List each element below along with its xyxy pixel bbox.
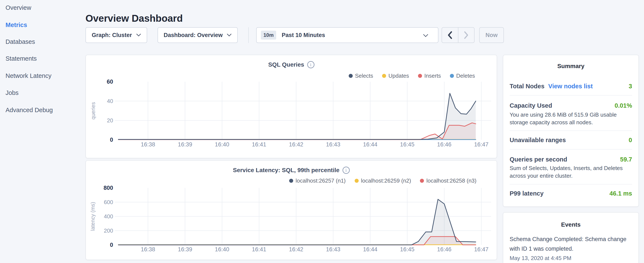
- event-timestamp: May 13, 2020 at 4:45 PM: [510, 255, 572, 261]
- chevron-left-icon: [447, 31, 452, 39]
- svg-text:16:47: 16:47: [474, 246, 488, 252]
- legend-label: localhost:26258 (n3): [426, 177, 476, 184]
- legend-label: Deletes: [456, 73, 475, 79]
- sidebar-item-statements[interactable]: Statements: [6, 55, 37, 62]
- legend-label: localhost:26259 (n2): [361, 177, 411, 184]
- divider: [510, 95, 632, 96]
- sql-queries-chart[interactable]: 16:3816:3916:4016:4116:4216:4316:4416:45…: [86, 55, 497, 158]
- svg-text:600: 600: [104, 199, 113, 205]
- svg-text:20: 20: [107, 117, 113, 124]
- time-forward-button[interactable]: [458, 28, 474, 43]
- svg-text:16:43: 16:43: [326, 246, 340, 252]
- svg-text:16:42: 16:42: [289, 246, 304, 252]
- svg-text:16:41: 16:41: [252, 246, 266, 252]
- legend-item: Selects: [349, 73, 373, 79]
- chevron-right-icon: [464, 31, 469, 39]
- sidebar-item-overview[interactable]: Overview: [6, 4, 31, 11]
- summary-description: You are using 28.6 MiB of 515.9 GiB usab…: [510, 111, 632, 126]
- page-title: Overview Dashboard: [86, 13, 183, 24]
- legend-label: localhost:26257 (n1): [296, 177, 346, 184]
- svg-text:16:46: 16:46: [437, 246, 452, 252]
- dashboard-dropdown[interactable]: Dashboard: Overview: [158, 27, 238, 43]
- sidebar-item-advanced-debug[interactable]: Advanced Debug: [6, 107, 53, 114]
- sidebar-item-jobs[interactable]: Jobs: [6, 89, 18, 96]
- time-back-button[interactable]: [442, 28, 458, 43]
- legend-dot: [355, 179, 359, 183]
- divider: [510, 130, 632, 131]
- dashboard-dropdown-label: Dashboard: Overview: [164, 32, 223, 39]
- legend-label: Updates: [388, 73, 409, 79]
- chevron-down-icon: [227, 34, 232, 37]
- summary-row-capacity-used: Capacity Used 0.01%: [510, 102, 632, 109]
- svg-text:latency (ms): latency (ms): [90, 202, 96, 231]
- graph-scope-dropdown-label: Graph: Cluster: [92, 32, 132, 39]
- svg-text:16:39: 16:39: [178, 141, 192, 148]
- event-item[interactable]: Schema Change Completed: Schema change w…: [510, 234, 634, 254]
- svg-text:16:46: 16:46: [437, 141, 452, 148]
- legend-dot: [349, 74, 353, 78]
- info-icon[interactable]: i: [307, 61, 314, 68]
- now-button[interactable]: Now: [479, 27, 504, 43]
- svg-text:16:43: 16:43: [326, 141, 340, 148]
- chevron-down-icon: [423, 34, 428, 37]
- summary-value: 0: [629, 137, 632, 144]
- svg-text:200: 200: [104, 227, 113, 234]
- legend-item: Inserts: [418, 73, 441, 79]
- time-range-label: Past 10 Minutes: [282, 32, 325, 39]
- chevron-down-icon: [136, 34, 141, 37]
- summary-row-unavailable-ranges: Unavailable ranges 0: [510, 137, 632, 144]
- summary-panel: Summary Total Nodes View nodes list 3 Ca…: [503, 55, 639, 207]
- legend-item: localhost:26259 (n2): [355, 177, 411, 184]
- legend-dot: [289, 179, 293, 183]
- divider: [510, 149, 632, 150]
- svg-text:0: 0: [110, 242, 113, 248]
- svg-text:800: 800: [104, 185, 113, 191]
- svg-text:16:44: 16:44: [363, 141, 378, 148]
- svg-text:16:44: 16:44: [363, 246, 378, 252]
- legend-dot: [420, 179, 424, 183]
- legend-label: Selects: [355, 73, 373, 79]
- summary-label: P99 latency: [510, 190, 544, 197]
- events-title: Events: [503, 221, 638, 228]
- legend-item: localhost:26257 (n1): [289, 177, 346, 184]
- svg-text:40: 40: [107, 98, 113, 104]
- service-latency-chart-card: 16:3816:3916:4016:4116:4216:4316:4416:45…: [86, 160, 497, 260]
- info-icon[interactable]: i: [342, 167, 350, 174]
- summary-row-p99-latency: P99 latency 46.1 ms: [510, 190, 632, 197]
- svg-text:16:40: 16:40: [215, 246, 230, 252]
- time-range-selector[interactable]: 10m Past 10 Minutes: [256, 27, 438, 43]
- time-window-arrows: [442, 27, 474, 43]
- legend-dot: [450, 74, 454, 78]
- svg-text:queries: queries: [90, 102, 96, 120]
- svg-text:0: 0: [110, 137, 113, 143]
- events-panel: Events Schema Change Completed: Schema c…: [503, 212, 639, 263]
- svg-text:16:38: 16:38: [141, 246, 155, 252]
- summary-label: Unavailable ranges: [510, 137, 566, 144]
- sidebar-item-network-latency[interactable]: Network Latency: [6, 72, 52, 79]
- toolbar-divider: [248, 27, 249, 43]
- chart-title: Service Latency: SQL, 99th percentile: [233, 167, 339, 174]
- time-range-badge: 10m: [261, 31, 276, 40]
- svg-text:60: 60: [107, 79, 113, 85]
- svg-text:16:45: 16:45: [400, 141, 414, 148]
- service-latency-chart[interactable]: 16:3816:3916:4016:4116:4216:4316:4416:45…: [86, 160, 497, 260]
- sql-queries-chart-card: 16:3816:3916:4016:4116:4216:4316:4416:45…: [86, 55, 497, 158]
- svg-text:16:45: 16:45: [400, 246, 414, 252]
- chart-title: SQL Queries: [268, 61, 304, 68]
- legend-label: Inserts: [424, 73, 441, 79]
- sidebar-item-metrics[interactable]: Metrics: [6, 22, 27, 29]
- summary-label: Capacity Used: [510, 102, 552, 109]
- svg-text:16:39: 16:39: [178, 246, 192, 252]
- summary-description: Sum of Selects, Updates, Inserts, and De…: [510, 164, 632, 180]
- sidebar-item-databases[interactable]: Databases: [6, 38, 35, 45]
- graph-scope-dropdown[interactable]: Graph: Cluster: [86, 27, 147, 43]
- divider: [510, 184, 632, 184]
- view-nodes-list-link[interactable]: View nodes list: [548, 83, 593, 90]
- summary-row-queries-per-second: Queries per second 59.7: [510, 156, 632, 163]
- svg-text:16:40: 16:40: [215, 141, 230, 148]
- summary-value: 3: [629, 83, 632, 90]
- svg-text:16:41: 16:41: [252, 141, 266, 148]
- legend-item: localhost:26258 (n3): [420, 177, 476, 184]
- chart-legend: localhost:26257 (n1)localhost:26259 (n2)…: [280, 177, 476, 184]
- svg-text:16:42: 16:42: [289, 141, 304, 148]
